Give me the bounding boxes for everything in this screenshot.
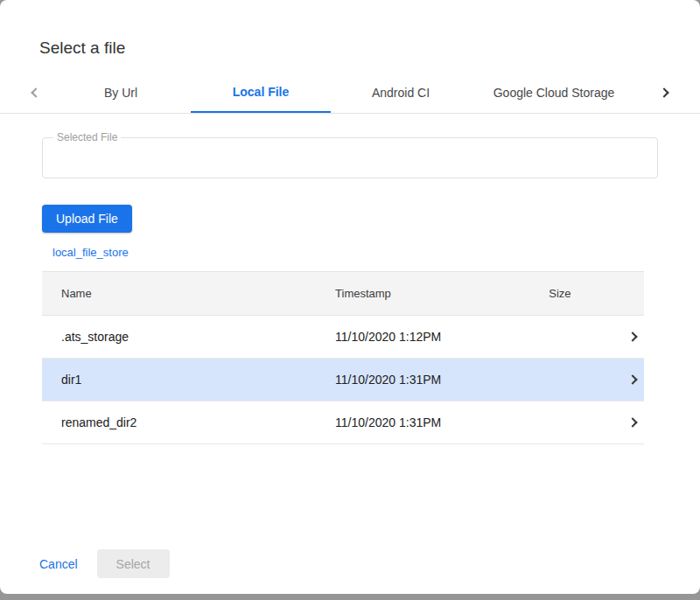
upload-file-button[interactable]: Upload File (42, 205, 132, 233)
file-table: Name Timestamp Size .ats_storage 11/10/2… (42, 271, 644, 444)
table-row[interactable]: .ats_storage 11/10/2020 1:12PM (42, 316, 644, 359)
cancel-button[interactable]: Cancel (39, 552, 78, 576)
cell-timestamp: 11/10/2020 1:31PM (316, 373, 529, 387)
cell-timestamp: 11/10/2020 1:12PM (316, 330, 529, 344)
cell-name: .ats_storage (42, 330, 316, 344)
table-header-row: Name Timestamp Size (42, 272, 644, 316)
tabs-scroll-right-button[interactable] (649, 72, 679, 113)
select-button[interactable]: Select (97, 549, 170, 578)
chevron-right-icon (627, 417, 637, 427)
dialog-title: Select a file (0, 0, 700, 58)
breadcrumb-link[interactable]: local_file_store (52, 246, 129, 259)
selected-file-label: Selected File (53, 131, 121, 143)
chevron-right-icon (627, 331, 637, 341)
selected-file-input[interactable] (43, 138, 657, 178)
select-file-dialog: Select a file By Url Local File Android … (0, 0, 700, 594)
tab-google-cloud-storage[interactable]: Google Cloud Storage (471, 72, 637, 113)
chevron-right-icon (627, 374, 637, 384)
tabs-scroll-left-button[interactable] (21, 72, 51, 113)
tab-local-file[interactable]: Local File (191, 72, 331, 113)
tab-android-ci[interactable]: Android CI (331, 72, 471, 113)
table-row[interactable]: renamed_dir2 11/10/2020 1:31PM (42, 401, 644, 444)
chevron-right-icon (659, 87, 668, 97)
row-open-button[interactable] (622, 326, 643, 347)
tab-by-url[interactable]: By Url (51, 72, 191, 113)
row-open-button[interactable] (622, 369, 643, 390)
dialog-footer: Cancel Select (39, 549, 170, 578)
col-header-name: Name (42, 287, 316, 300)
col-header-timestamp: Timestamp (316, 287, 529, 300)
selected-file-field: Selected File (42, 137, 658, 178)
chevron-left-icon (31, 87, 40, 97)
col-header-size: Size (529, 287, 596, 300)
tab-list: By Url Local File Android CI Google Clou… (51, 72, 637, 113)
cell-name: renamed_dir2 (42, 415, 316, 429)
cell-name: dir1 (42, 373, 316, 387)
tab-bar: By Url Local File Android CI Google Clou… (0, 72, 700, 114)
row-open-button[interactable] (622, 412, 643, 433)
cell-timestamp: 11/10/2020 1:31PM (316, 415, 529, 429)
table-row[interactable]: dir1 11/10/2020 1:31PM (42, 359, 644, 401)
dialog-content: Selected File Upload File local_file_sto… (0, 137, 700, 444)
